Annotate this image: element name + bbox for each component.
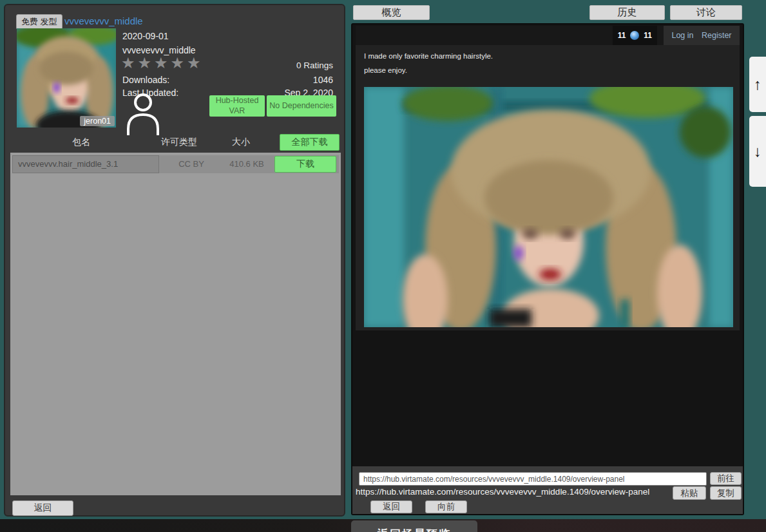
- download-button[interactable]: 下载: [274, 156, 336, 173]
- hub-stats: 11 11: [613, 26, 657, 45]
- hub-browser-screen: 返回场景预览 免费 发型 vvvevevvv_middle: [0, 0, 766, 532]
- partial-bottom-tab[interactable]: 返回场景预览: [351, 520, 477, 532]
- background-bottom-strip: 返回场景预览: [0, 519, 766, 532]
- package-license: CC BY: [162, 155, 220, 173]
- thumbnail-image: [17, 28, 116, 128]
- register-link[interactable]: Register: [702, 31, 732, 40]
- column-header-package: 包名: [72, 137, 90, 148]
- alerts-count: 11: [644, 31, 652, 40]
- tab-discussion[interactable]: 讨论: [670, 5, 742, 20]
- ratings-count: 0 Ratings: [296, 61, 333, 70]
- current-url-text: https://hub.virtamate.com/resources/vvve…: [356, 487, 649, 497]
- arrow-up-icon: ↑: [754, 75, 761, 93]
- description-line-2: please enjoy.: [364, 66, 407, 74]
- hub-hosted-var-badge: Hub-Hosted VAR: [209, 95, 265, 117]
- user-icon: [126, 91, 160, 135]
- hub-icon: [630, 31, 639, 40]
- tab-overview[interactable]: 概览: [353, 5, 430, 20]
- table-row[interactable]: vvvevevvv.hair_middle_3.1 CC BY 410.6 KB…: [12, 155, 339, 173]
- url-input[interactable]: [359, 472, 707, 486]
- auth-links: Log in Register: [664, 26, 740, 45]
- no-dependencies-badge: No Dependencies: [267, 95, 336, 117]
- author-label: jeron01: [80, 116, 115, 126]
- tab-history[interactable]: 历史: [589, 5, 665, 20]
- web-page-header: 11 11 Log in Register: [356, 26, 740, 45]
- package-list: vvvevevvv.hair_middle_3.1 CC BY 410.6 KB…: [10, 153, 341, 495]
- download-all-button[interactable]: 全部下载: [280, 134, 340, 151]
- downloads-value: 1046: [313, 75, 333, 85]
- scroll-down-button[interactable]: ↓: [749, 116, 766, 187]
- package-size: 410.6 KB: [224, 155, 270, 173]
- package-name-cell[interactable]: vvvevevvv.hair_middle_3.1: [12, 155, 159, 173]
- go-button[interactable]: 前往: [710, 472, 742, 485]
- column-header-license: 许可类型: [161, 137, 197, 148]
- resource-info-panel: 免费 发型 vvvevevvv_middle jeron01 202: [4, 4, 345, 517]
- messages-count: 11: [618, 31, 626, 40]
- description-line-1: I made only favorite charming hairstyle.: [364, 52, 493, 60]
- resource-thumbnail: jeron01: [17, 28, 116, 128]
- paste-button[interactable]: 粘贴: [673, 486, 706, 500]
- copy-button[interactable]: 复制: [710, 486, 742, 500]
- arrow-down-icon: ↓: [754, 142, 761, 160]
- column-header-size: 大小: [232, 137, 250, 148]
- downloads-label: Downloads:: [122, 75, 169, 85]
- resource-image[interactable]: [364, 87, 733, 327]
- resource-title: vvvevevvv_middle: [64, 15, 143, 26]
- scroll-up-button[interactable]: ↑: [749, 57, 766, 112]
- panel-back-button[interactable]: 返回: [12, 500, 73, 516]
- resource-date: 2020-09-01: [122, 31, 169, 41]
- login-link[interactable]: Log in: [671, 31, 693, 40]
- rating-stars-icon[interactable]: ★★★★★: [121, 54, 204, 72]
- browser-forward-button[interactable]: 向前: [425, 500, 467, 513]
- category-badge: 免费 发型: [16, 14, 62, 30]
- web-page-content: 11 11 Log in Register I made only favori…: [356, 26, 740, 330]
- browser-controls: 前往 https://hub.virtamate.com/resources/v…: [352, 466, 743, 514]
- embedded-webview: 11 11 Log in Register I made only favori…: [351, 23, 744, 515]
- browser-back-button[interactable]: 返回: [370, 500, 412, 513]
